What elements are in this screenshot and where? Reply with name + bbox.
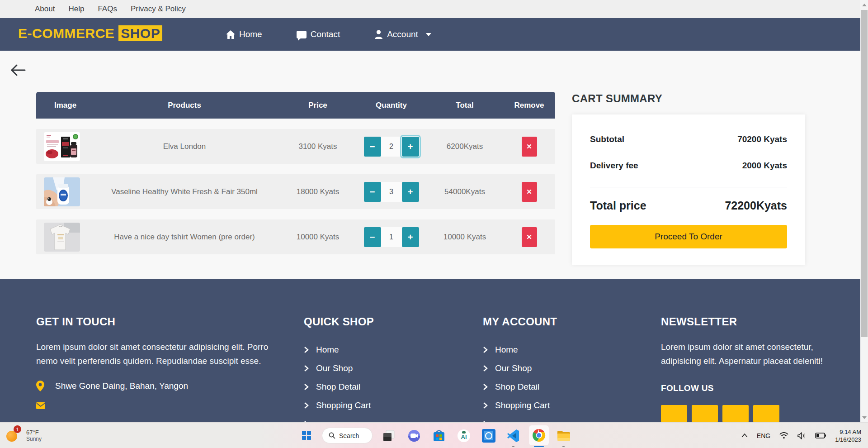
- social-button-3[interactable]: [722, 405, 749, 422]
- footer-link-home[interactable]: Home: [483, 344, 632, 355]
- running-indicator-dot: [562, 446, 565, 447]
- delivery-fee-value: 2000 Kyats: [742, 161, 787, 171]
- footer-link-home[interactable]: Home: [304, 344, 453, 355]
- cart-row-tshirt: Have a nice day tshirt Women (pre order)…: [36, 219, 555, 254]
- footer-link-our-shop[interactable]: Our Shop: [483, 363, 632, 374]
- nav-items: Home Contact Account: [226, 18, 431, 51]
- social-button-1[interactable]: [661, 405, 687, 422]
- utility-bar: About Help FAQs Privacy & Policy: [0, 0, 860, 18]
- chrome-icon[interactable]: [529, 425, 549, 445]
- scrollbar-down-arrow[interactable]: [860, 414, 868, 421]
- footer-link-shop-detail[interactable]: Shop Detail: [483, 381, 632, 392]
- total-price-label: Total price: [590, 199, 646, 212]
- chevron-right-icon: [483, 365, 488, 372]
- footer-get-in-touch: GET IN TOUCH Lorem ipsum dolor sit amet …: [36, 315, 271, 409]
- notification-badge: 1: [14, 425, 21, 433]
- social-button-4[interactable]: [753, 405, 779, 422]
- vscode-icon[interactable]: [506, 428, 521, 443]
- search-label: Search: [339, 432, 359, 439]
- footer-link-shopping-cart[interactable]: Shopping Cart: [483, 400, 632, 411]
- teams-chat-icon[interactable]: [406, 428, 422, 443]
- file-explorer-icon[interactable]: [556, 428, 571, 443]
- language-indicator[interactable]: ENG: [757, 432, 770, 439]
- topbar-link-help[interactable]: Help: [68, 5, 84, 14]
- footer-link-label: Home: [495, 345, 518, 355]
- footer-newsletter: NEWSLETTER Lorem ipsum dolor sit amet co…: [661, 315, 829, 422]
- increase-quantity-button[interactable]: +: [402, 227, 419, 247]
- footer-link-our-shop[interactable]: Our Shop: [304, 363, 453, 374]
- back-button[interactable]: [10, 63, 26, 77]
- search-icon: [329, 432, 335, 439]
- product-total: 54000Kyats: [426, 187, 503, 196]
- decrease-quantity-button[interactable]: −: [364, 137, 381, 157]
- proceed-to-order-button[interactable]: Proceed To Order: [590, 225, 787, 248]
- product-price: 3100 Kyats: [279, 142, 356, 151]
- brand-logo[interactable]: E-COMMERCE SHOP: [18, 26, 162, 41]
- nav-home[interactable]: Home: [226, 29, 262, 39]
- chevron-right-icon: [483, 347, 488, 353]
- start-button[interactable]: [300, 429, 313, 442]
- cart-row-elva-london: Elva London 3100 Kyats − 2 + 6200Kyats ✕: [36, 129, 555, 164]
- tray-chevron-up-icon[interactable]: [741, 434, 748, 438]
- decrease-quantity-button[interactable]: −: [364, 182, 381, 202]
- scrollbar-thumb[interactable]: [861, 10, 868, 337]
- footer-link-label: Our Shop: [495, 363, 532, 373]
- wifi-icon[interactable]: [779, 432, 788, 439]
- taskbar-clock[interactable]: 9:14 AM 1/16/2023: [835, 428, 861, 443]
- taskbar-search[interactable]: Search: [322, 428, 373, 443]
- quantity-input[interactable]: 1: [381, 227, 402, 247]
- svg-text:Al: Al: [461, 434, 467, 440]
- remove-item-button[interactable]: ✕: [522, 182, 537, 202]
- weather-temperature: 67°F: [26, 429, 42, 436]
- col-header-total: Total: [426, 101, 503, 110]
- topbar-link-faqs[interactable]: FAQs: [98, 5, 117, 14]
- tray-time: 9:14 AM: [835, 428, 861, 436]
- snipping-app-icon[interactable]: [381, 428, 396, 443]
- quantity-input[interactable]: 2: [381, 137, 402, 157]
- tray-date: 1/16/2023: [835, 436, 861, 443]
- chevron-right-icon: [304, 384, 309, 390]
- microsoft-store-icon[interactable]: [431, 428, 447, 443]
- location-pin-icon: [36, 381, 44, 391]
- blue-square-app-icon[interactable]: [481, 428, 496, 443]
- weather-widget[interactable]: 1 67°F Sunny: [6, 425, 42, 445]
- quantity-stepper: − 2 +: [356, 137, 426, 157]
- footer-heading-my-account: MY ACCOUNT: [483, 315, 632, 328]
- product-price: 18000 Kyats: [279, 187, 356, 196]
- remove-item-button[interactable]: ✕: [522, 137, 537, 157]
- product-image-tshirt: [44, 223, 80, 252]
- quantity-stepper: − 1 +: [356, 227, 426, 247]
- chevron-right-icon: [483, 384, 488, 390]
- footer-address-row: Shwe Gone Daing, Bahan, Yangon: [36, 381, 271, 391]
- brand-highlight: SHOP: [118, 25, 162, 41]
- topbar-link-privacy[interactable]: Privacy & Policy: [131, 5, 186, 14]
- increase-quantity-button[interactable]: +: [402, 182, 419, 202]
- cart-table: Image Products Price Quantity Total Remo…: [36, 92, 555, 254]
- speaker-icon[interactable]: [797, 432, 806, 439]
- quantity-input[interactable]: 3: [381, 182, 402, 202]
- col-header-quantity: Quantity: [356, 101, 426, 110]
- follow-us-label: FOLLOW US: [661, 383, 829, 393]
- footer-link-shop-detail[interactable]: Shop Detail: [304, 381, 453, 392]
- topbar-link-about[interactable]: About: [35, 5, 55, 14]
- col-header-products: Products: [90, 101, 279, 110]
- chevron-right-icon: [304, 347, 309, 353]
- battery-icon[interactable]: [815, 433, 826, 438]
- subtotal-label: Subtotal: [590, 134, 624, 144]
- product-total: 10000 Kyats: [426, 233, 503, 242]
- product-name: Elva London: [90, 142, 279, 151]
- remove-item-button[interactable]: ✕: [522, 227, 537, 247]
- increase-quantity-button[interactable]: +: [402, 137, 419, 157]
- col-header-price: Price: [279, 101, 356, 110]
- product-name: Vaseline Healthy White Fresh & Fair 350m…: [90, 187, 279, 196]
- cart-table-header: Image Products Price Quantity Total Remo…: [36, 92, 555, 119]
- footer-link-shopping-cart[interactable]: Shopping Cart: [304, 400, 453, 411]
- scrollbar-up-arrow[interactable]: [860, 1, 868, 9]
- circular-app-icon[interactable]: Al: [456, 428, 472, 443]
- chevron-right-icon: [304, 402, 309, 409]
- social-button-2[interactable]: [692, 405, 718, 422]
- decrease-quantity-button[interactable]: −: [364, 227, 381, 247]
- product-total: 6200Kyats: [426, 142, 503, 151]
- nav-account[interactable]: Account: [374, 29, 431, 39]
- nav-contact[interactable]: Contact: [297, 29, 340, 39]
